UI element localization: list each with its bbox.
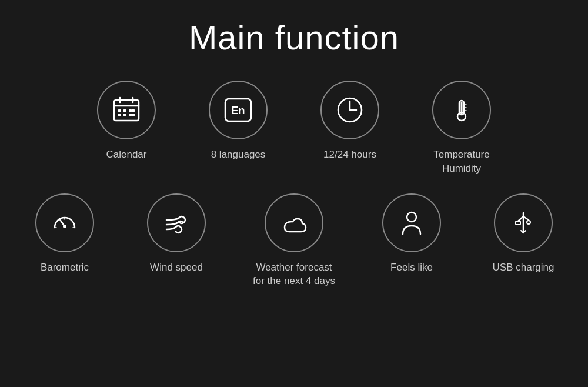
calendar-label: Calendar: [106, 148, 147, 162]
temperature-label: TemperatureHumidity: [433, 148, 489, 176]
svg-point-24: [63, 225, 66, 228]
svg-rect-9: [123, 114, 126, 116]
thermometer-icon-circle: [432, 81, 491, 139]
svg-rect-8: [118, 114, 121, 116]
svg-rect-7: [132, 109, 135, 112]
svg-rect-6: [129, 109, 132, 112]
wind-label: Wind speed: [150, 261, 203, 275]
cloud-icon-circle: [265, 194, 323, 252]
languages-icon-circle: En: [209, 81, 268, 139]
barometric-label: Barometric: [41, 261, 89, 275]
svg-line-32: [523, 216, 529, 220]
feature-time: 12/24 hours: [294, 81, 406, 176]
feature-languages: En 8 languages: [182, 81, 294, 176]
features-row-2: Barometric Wind speed Weat: [0, 194, 588, 289]
languages-label: 8 languages: [211, 148, 266, 162]
feature-usb: USB charging: [467, 194, 579, 289]
feature-temperature: TemperatureHumidity: [406, 81, 517, 176]
svg-rect-31: [516, 221, 520, 225]
svg-rect-4: [118, 109, 121, 112]
svg-point-33: [527, 221, 530, 224]
usb-label: USB charging: [493, 261, 554, 275]
usb-icon-circle: [494, 194, 553, 252]
svg-text:En: En: [231, 105, 245, 116]
weather-label: Weather forecastfor the next 4 days: [253, 261, 335, 289]
svg-rect-5: [123, 109, 126, 112]
feature-weather: Weather forecastfor the next 4 days: [232, 194, 356, 289]
clock-icon-circle: [320, 81, 379, 139]
page-title: Main function: [189, 18, 399, 57]
features-grid: Calendar En 8 languages 12/: [0, 81, 588, 288]
feature-wind: Wind speed: [121, 194, 232, 289]
svg-rect-11: [132, 114, 135, 116]
feature-calendar: Calendar: [71, 81, 182, 176]
time-label: 12/24 hours: [323, 148, 376, 162]
svg-point-28: [407, 212, 416, 222]
calendar-icon-circle: [97, 81, 156, 139]
feature-feels: Feels like: [356, 194, 467, 289]
wind-icon-circle: [147, 194, 206, 252]
features-row-1: Calendar En 8 languages 12/: [0, 81, 588, 176]
svg-rect-10: [129, 114, 132, 116]
feels-label: Feels like: [390, 261, 433, 275]
gauge-icon-circle: [35, 194, 94, 252]
svg-line-30: [518, 216, 523, 221]
feature-barometric: Barometric: [9, 194, 121, 289]
person-icon-circle: [382, 194, 441, 252]
